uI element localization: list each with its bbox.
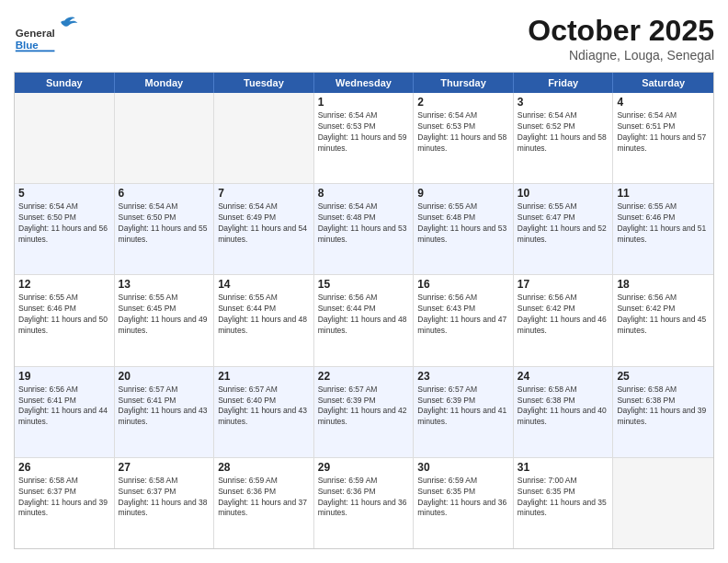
table-row: 26 Sunrise: 6:58 AM Sunset: 6:37 PM Dayl… bbox=[15, 458, 115, 548]
table-row: 21 Sunrise: 6:57 AM Sunset: 6:40 PM Dayl… bbox=[214, 367, 314, 457]
table-row bbox=[613, 458, 713, 548]
day-number: 16 bbox=[417, 278, 509, 291]
logo: General Blue bbox=[14, 14, 87, 55]
header-tuesday: Tuesday bbox=[214, 73, 314, 93]
day-info: Sunrise: 6:55 AM Sunset: 6:46 PM Dayligh… bbox=[617, 201, 710, 246]
table-row: 12 Sunrise: 6:55 AM Sunset: 6:46 PM Dayl… bbox=[15, 275, 115, 365]
table-row: 7 Sunrise: 6:54 AM Sunset: 6:49 PM Dayli… bbox=[214, 184, 314, 274]
day-info: Sunrise: 6:58 AM Sunset: 6:37 PM Dayligh… bbox=[119, 476, 210, 520]
day-info: Sunrise: 6:56 AM Sunset: 6:42 PM Dayligh… bbox=[518, 293, 609, 337]
day-info: Sunrise: 6:54 AM Sunset: 6:50 PM Dayligh… bbox=[18, 201, 110, 246]
table-row: 27 Sunrise: 6:58 AM Sunset: 6:37 PM Dayl… bbox=[115, 458, 215, 548]
header-saturday: Saturday bbox=[613, 73, 713, 93]
day-number: 2 bbox=[417, 96, 509, 109]
table-row: 22 Sunrise: 6:57 AM Sunset: 6:39 PM Dayl… bbox=[314, 367, 415, 457]
day-number: 17 bbox=[518, 278, 609, 291]
table-row: 5 Sunrise: 6:54 AM Sunset: 6:50 PM Dayli… bbox=[15, 184, 115, 274]
day-info: Sunrise: 6:54 AM Sunset: 6:48 PM Dayligh… bbox=[318, 201, 410, 246]
header-monday: Monday bbox=[115, 73, 215, 93]
day-info: Sunrise: 6:57 AM Sunset: 6:40 PM Dayligh… bbox=[218, 385, 310, 429]
title-block: October 2025 Ndiagne, Louga, Senegal bbox=[528, 14, 714, 63]
day-info: Sunrise: 6:58 AM Sunset: 6:38 PM Dayligh… bbox=[518, 385, 609, 429]
table-row: 13 Sunrise: 6:55 AM Sunset: 6:45 PM Dayl… bbox=[115, 275, 215, 365]
week-row-3: 12 Sunrise: 6:55 AM Sunset: 6:46 PM Dayl… bbox=[15, 275, 713, 366]
day-info: Sunrise: 6:56 AM Sunset: 6:41 PM Dayligh… bbox=[18, 385, 110, 429]
table-row: 29 Sunrise: 6:59 AM Sunset: 6:36 PM Dayl… bbox=[314, 458, 415, 548]
day-info: Sunrise: 6:55 AM Sunset: 6:47 PM Dayligh… bbox=[518, 201, 609, 246]
day-number: 26 bbox=[18, 461, 110, 474]
table-row: 11 Sunrise: 6:55 AM Sunset: 6:46 PM Dayl… bbox=[613, 184, 713, 274]
day-info: Sunrise: 6:57 AM Sunset: 6:39 PM Dayligh… bbox=[318, 385, 410, 429]
day-info: Sunrise: 6:55 AM Sunset: 6:48 PM Dayligh… bbox=[417, 201, 509, 246]
day-info: Sunrise: 6:59 AM Sunset: 6:35 PM Dayligh… bbox=[417, 476, 509, 520]
table-row: 20 Sunrise: 6:57 AM Sunset: 6:41 PM Dayl… bbox=[115, 367, 215, 457]
table-row: 18 Sunrise: 6:56 AM Sunset: 6:42 PM Dayl… bbox=[613, 275, 713, 365]
day-number: 19 bbox=[18, 370, 110, 383]
day-number: 5 bbox=[18, 187, 110, 200]
calendar-header: Sunday Monday Tuesday Wednesday Thursday… bbox=[15, 73, 713, 93]
day-number: 7 bbox=[218, 187, 310, 200]
week-row-5: 26 Sunrise: 6:58 AM Sunset: 6:37 PM Dayl… bbox=[15, 458, 713, 548]
day-info: Sunrise: 6:55 AM Sunset: 6:44 PM Dayligh… bbox=[218, 293, 310, 337]
day-info: Sunrise: 6:59 AM Sunset: 6:36 PM Dayligh… bbox=[318, 476, 410, 520]
logo-svg: General Blue bbox=[14, 14, 87, 55]
day-number: 14 bbox=[218, 278, 310, 291]
day-number: 23 bbox=[417, 370, 509, 383]
day-info: Sunrise: 6:58 AM Sunset: 6:37 PM Dayligh… bbox=[18, 476, 110, 520]
table-row: 8 Sunrise: 6:54 AM Sunset: 6:48 PM Dayli… bbox=[314, 184, 415, 274]
day-number: 4 bbox=[617, 96, 710, 109]
day-number: 1 bbox=[318, 96, 410, 109]
calendar-body: 1 Sunrise: 6:54 AM Sunset: 6:53 PM Dayli… bbox=[15, 93, 713, 548]
svg-text:Blue: Blue bbox=[16, 40, 40, 51]
day-info: Sunrise: 6:54 AM Sunset: 6:53 PM Dayligh… bbox=[417, 110, 509, 155]
table-row: 24 Sunrise: 6:58 AM Sunset: 6:38 PM Dayl… bbox=[514, 367, 614, 457]
table-row: 28 Sunrise: 6:59 AM Sunset: 6:36 PM Dayl… bbox=[214, 458, 314, 548]
table-row: 3 Sunrise: 6:54 AM Sunset: 6:52 PM Dayli… bbox=[514, 93, 614, 183]
day-number: 27 bbox=[119, 461, 210, 474]
day-number: 29 bbox=[318, 461, 410, 474]
day-info: Sunrise: 6:55 AM Sunset: 6:46 PM Dayligh… bbox=[18, 293, 110, 337]
day-number: 6 bbox=[119, 187, 210, 200]
table-row: 23 Sunrise: 6:57 AM Sunset: 6:39 PM Dayl… bbox=[414, 367, 514, 457]
day-info: Sunrise: 6:58 AM Sunset: 6:38 PM Dayligh… bbox=[617, 385, 710, 429]
table-row: 1 Sunrise: 6:54 AM Sunset: 6:53 PM Dayli… bbox=[314, 93, 415, 183]
day-info: Sunrise: 7:00 AM Sunset: 6:35 PM Dayligh… bbox=[518, 476, 609, 520]
day-info: Sunrise: 6:56 AM Sunset: 6:42 PM Dayligh… bbox=[617, 293, 710, 337]
table-row bbox=[115, 93, 215, 183]
day-number: 9 bbox=[417, 187, 509, 200]
table-row: 31 Sunrise: 7:00 AM Sunset: 6:35 PM Dayl… bbox=[514, 458, 614, 548]
day-number: 13 bbox=[119, 278, 210, 291]
day-info: Sunrise: 6:56 AM Sunset: 6:44 PM Dayligh… bbox=[318, 293, 410, 337]
day-number: 18 bbox=[617, 278, 710, 291]
day-info: Sunrise: 6:57 AM Sunset: 6:39 PM Dayligh… bbox=[417, 385, 509, 429]
table-row: 14 Sunrise: 6:55 AM Sunset: 6:44 PM Dayl… bbox=[214, 275, 314, 365]
day-number: 8 bbox=[318, 187, 410, 200]
day-info: Sunrise: 6:54 AM Sunset: 6:52 PM Dayligh… bbox=[518, 110, 609, 155]
table-row: 17 Sunrise: 6:56 AM Sunset: 6:42 PM Dayl… bbox=[514, 275, 614, 365]
table-row: 9 Sunrise: 6:55 AM Sunset: 6:48 PM Dayli… bbox=[414, 184, 514, 274]
table-row: 15 Sunrise: 6:56 AM Sunset: 6:44 PM Dayl… bbox=[314, 275, 415, 365]
page-header: General Blue October 2025 Ndiagne, Louga… bbox=[14, 14, 714, 63]
day-info: Sunrise: 6:54 AM Sunset: 6:50 PM Dayligh… bbox=[119, 201, 210, 246]
header-friday: Friday bbox=[514, 73, 614, 93]
day-info: Sunrise: 6:54 AM Sunset: 6:53 PM Dayligh… bbox=[318, 110, 410, 155]
day-number: 3 bbox=[518, 96, 609, 109]
table-row bbox=[15, 93, 115, 183]
table-row: 19 Sunrise: 6:56 AM Sunset: 6:41 PM Dayl… bbox=[15, 367, 115, 457]
day-number: 10 bbox=[518, 187, 609, 200]
day-number: 20 bbox=[119, 370, 210, 383]
table-row: 10 Sunrise: 6:55 AM Sunset: 6:47 PM Dayl… bbox=[514, 184, 614, 274]
month-title: October 2025 bbox=[528, 14, 714, 48]
day-number: 21 bbox=[218, 370, 310, 383]
day-number: 22 bbox=[318, 370, 410, 383]
header-wednesday: Wednesday bbox=[314, 73, 415, 93]
table-row: 2 Sunrise: 6:54 AM Sunset: 6:53 PM Dayli… bbox=[414, 93, 514, 183]
day-info: Sunrise: 6:56 AM Sunset: 6:43 PM Dayligh… bbox=[417, 293, 509, 337]
header-sunday: Sunday bbox=[15, 73, 115, 93]
week-row-2: 5 Sunrise: 6:54 AM Sunset: 6:50 PM Dayli… bbox=[15, 184, 713, 275]
day-number: 28 bbox=[218, 461, 310, 474]
table-row: 16 Sunrise: 6:56 AM Sunset: 6:43 PM Dayl… bbox=[414, 275, 514, 365]
day-number: 15 bbox=[318, 278, 410, 291]
week-row-4: 19 Sunrise: 6:56 AM Sunset: 6:41 PM Dayl… bbox=[15, 367, 713, 458]
day-number: 31 bbox=[518, 461, 609, 474]
